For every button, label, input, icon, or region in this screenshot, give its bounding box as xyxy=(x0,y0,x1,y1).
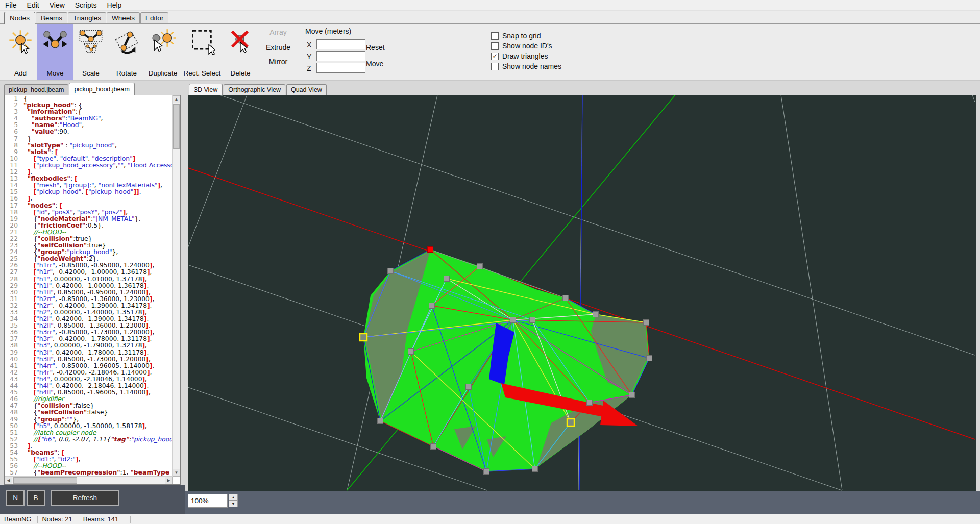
code-line[interactable]: 2 "pickup_hood": { xyxy=(5,102,173,109)
move-x-input[interactable] xyxy=(316,39,365,49)
tab-triangles[interactable]: Triangles xyxy=(68,12,106,23)
mesh-node[interactable] xyxy=(429,303,435,309)
code-line[interactable]: 14 ["mesh", "[group]:", "nonFlexMaterial… xyxy=(5,182,173,189)
add-tool-button[interactable]: Add xyxy=(4,24,37,80)
scroll-down-icon[interactable]: ▼ xyxy=(173,469,180,477)
code-line[interactable]: 8 "slotType" : "pickup_hood", xyxy=(5,142,173,149)
snap-to-grid-checkbox[interactable]: ✓ xyxy=(491,32,499,40)
code-line[interactable]: 3 "information":{ xyxy=(5,109,173,115)
code-line[interactable]: 40 ["h3ll", 0.85000, -1.73000, 1.20000], xyxy=(5,356,173,363)
rotate-tool-button[interactable]: Rotate xyxy=(108,24,145,80)
code-line[interactable]: 6 "value":90, xyxy=(5,129,173,135)
mesh-node[interactable] xyxy=(629,392,635,398)
code-line[interactable]: 29 ["h1l", 0.42000, -1.00000, 1.36178], xyxy=(5,283,173,289)
code-line[interactable]: 31 ["h2rr", -0.85000, -1.36000, 1.23000]… xyxy=(5,296,173,303)
vertical-scrollbar[interactable]: ▲ ▼ xyxy=(172,95,180,477)
mesh-node-selected[interactable] xyxy=(428,247,433,253)
tab-quad-view[interactable]: Quad View xyxy=(286,84,327,95)
mesh-node-highlighted[interactable] xyxy=(567,419,574,426)
option-snap-to-grid[interactable]: ✓ Snap to grid xyxy=(491,31,561,41)
code-line[interactable]: 24 {"group":"pickup_hood"}, xyxy=(5,249,173,256)
mesh-node[interactable] xyxy=(563,295,569,301)
mesh-node[interactable] xyxy=(444,276,450,282)
move-y-input[interactable] xyxy=(316,51,365,61)
code-line[interactable]: 50 ["h5", 0.00000, -1.50000, 1.58178], xyxy=(5,423,173,430)
code-line[interactable]: 53 ], xyxy=(5,443,173,450)
scroll-right-icon[interactable]: ▶ xyxy=(165,477,173,484)
code-line[interactable]: 9 "slots": [ xyxy=(5,149,173,156)
mesh-node[interactable] xyxy=(477,264,483,269)
move-tool-button[interactable]: Move xyxy=(37,24,74,80)
code-line[interactable]: 28 ["h1", 0.00000, -1.01000, 1.37178], xyxy=(5,276,173,283)
tab-editor[interactable]: Editor xyxy=(140,12,168,23)
mesh-node[interactable] xyxy=(466,384,472,390)
file-tab-2[interactable]: pickup_hood.jbeam xyxy=(69,83,134,95)
code-line[interactable]: 1 { xyxy=(5,95,173,102)
code-line[interactable]: 55 ["id1:", "id2:"], xyxy=(5,456,173,463)
code-line[interactable]: 22 {"collision":true} xyxy=(5,236,173,242)
code-editor[interactable]: 1 {2 "pickup_hood": {3 "information":{4 … xyxy=(4,95,181,485)
code-line[interactable]: 15 ["pickup_hood", ["pickup_hood"]], xyxy=(5,189,173,195)
option-show-node-names[interactable]: ✓ Show node names xyxy=(491,61,561,71)
draw-triangles-checkbox[interactable]: ✓ xyxy=(491,53,499,60)
tab-orthographic-view[interactable]: Orthographic View xyxy=(224,84,285,95)
code-line[interactable]: 37 ["h3r", -0.42000, -1.78000, 1.31178], xyxy=(5,336,173,342)
move-button[interactable]: Move xyxy=(366,60,383,68)
menu-edit[interactable]: Edit xyxy=(22,0,44,10)
code-line[interactable]: 26 ["h1rr", -0.85000, -0.95000, 1.24000]… xyxy=(5,262,173,269)
mesh-node[interactable] xyxy=(647,356,652,361)
scroll-left-icon[interactable]: ◀ xyxy=(5,477,12,484)
code-line[interactable]: 5 "name":"Hood", xyxy=(5,122,173,129)
code-line[interactable]: 34 ["h2l", 0.42000, -1.39000, 1.34178], xyxy=(5,316,173,322)
nodes-highlight-button[interactable]: N xyxy=(6,490,24,506)
code-line[interactable]: 32 ["h2r", -0.42000, -1.39000, 1.34178], xyxy=(5,303,173,309)
mirror-button[interactable]: Mirror xyxy=(258,58,299,66)
code-line[interactable]: 11 ["pickup_hood_accessory","", "Hood Ac… xyxy=(5,162,173,169)
show-node-names-checkbox[interactable]: ✓ xyxy=(491,63,499,70)
extrude-button[interactable]: Extrude xyxy=(258,43,299,52)
rect-select-tool-button[interactable]: Rect. Select xyxy=(181,24,224,80)
code-line[interactable]: 56 //--HOOD-- xyxy=(5,463,173,469)
mesh-node[interactable] xyxy=(388,268,394,274)
option-draw-triangles[interactable]: ✓ Draw triangles xyxy=(491,51,561,61)
code-line[interactable]: 25 {"nodeWeight":2}, xyxy=(5,256,173,262)
code-line[interactable]: 42 ["h4r", -0.42000, -2.18046, 1.14000], xyxy=(5,369,173,376)
mesh-node[interactable] xyxy=(484,469,489,475)
code-text-area[interactable]: 1 {2 "pickup_hood": {3 "information":{4 … xyxy=(5,95,173,477)
option-show-node-ids[interactable]: ✓ Show node ID's xyxy=(491,41,561,51)
scale-tool-button[interactable]: Scale xyxy=(74,24,108,80)
menu-view[interactable]: View xyxy=(44,0,70,10)
move-z-input[interactable] xyxy=(316,63,365,73)
code-line[interactable]: 35 ["h2ll", 0.85000, -1.36000, 1.23000], xyxy=(5,322,173,329)
code-line[interactable]: 19 {"nodeMaterial":"|NM_METAL"}, xyxy=(5,216,173,222)
mesh-node[interactable] xyxy=(408,349,414,355)
code-line[interactable]: 12 ], xyxy=(5,169,173,176)
code-line[interactable]: 33 ["h2", 0.00000, -1.40000, 1.35178], xyxy=(5,309,173,316)
code-line[interactable]: 49 {"group":""}, xyxy=(5,416,173,423)
code-line[interactable]: 46 //rigidifier xyxy=(5,396,173,403)
code-line[interactable]: 44 ["h4l", 0.42000, -2.18046, 1.14000], xyxy=(5,383,173,389)
code-line[interactable]: 7 } xyxy=(5,136,173,142)
code-line[interactable]: 23 {"selfCollision":true} xyxy=(5,242,173,249)
code-line[interactable]: 38 ["h3", 0.00000, -1.79000, 1.32178], xyxy=(5,342,173,349)
code-line[interactable]: 10 ["type", "default", "description"] xyxy=(5,156,173,162)
mesh-node-highlighted[interactable] xyxy=(360,334,367,341)
mesh-node[interactable] xyxy=(644,320,649,326)
code-line[interactable]: 47 {"collision":false} xyxy=(5,403,173,409)
code-line[interactable]: 41 ["h4rr", -0.85000, -1.96005, 1.14000]… xyxy=(5,363,173,369)
duplicate-tool-button[interactable]: Duplicate xyxy=(145,24,181,80)
array-button[interactable]: Array xyxy=(258,28,299,36)
tab-beams[interactable]: Beams xyxy=(36,12,67,23)
code-line[interactable]: 30 ["h1ll", 0.85000, -0.95000, 1.24000], xyxy=(5,289,173,296)
tab-3d-view[interactable]: 3D View xyxy=(189,84,223,95)
code-line[interactable]: 16 ], xyxy=(5,195,173,202)
show-node-ids-checkbox[interactable]: ✓ xyxy=(491,42,499,50)
code-line[interactable]: 54 "beams": [ xyxy=(5,450,173,456)
mesh-node[interactable] xyxy=(593,312,599,317)
tab-wheels[interactable]: Wheels xyxy=(107,12,140,23)
mesh-node[interactable] xyxy=(431,444,436,450)
file-tab-1[interactable]: pickup_hood.jbeam xyxy=(4,84,68,95)
code-line[interactable]: 18 ["id", "posX", "posY", "posZ"], xyxy=(5,209,173,216)
refresh-button[interactable]: Refresh xyxy=(51,490,119,506)
code-line[interactable]: 57 {"beamPrecompression":1, "beamType xyxy=(5,469,173,476)
